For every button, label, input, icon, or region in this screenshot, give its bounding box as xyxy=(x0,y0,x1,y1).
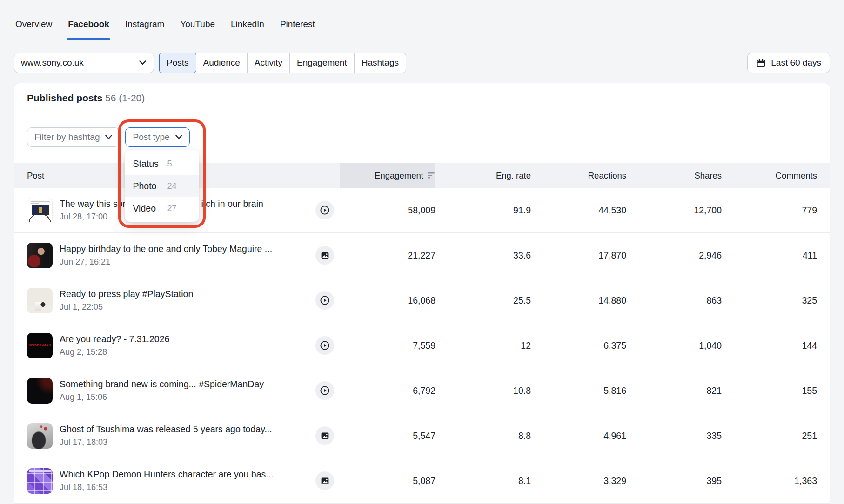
published-posts-card: Published posts 56 (1-20) Filter by hash… xyxy=(14,83,830,504)
site-selector[interactable]: www.sony.co.uk xyxy=(14,53,154,73)
nav-tab-linkedin[interactable]: LinkedIn xyxy=(230,19,265,40)
column-header-reactions[interactable]: Reactions xyxy=(531,171,626,181)
posts-range: (1-20) xyxy=(119,93,145,103)
column-header-eng-rate[interactable]: Eng. rate xyxy=(435,171,531,181)
post-title: Something brand new is coming... #Spider… xyxy=(60,379,308,390)
nav-tab-instagram[interactable]: Instagram xyxy=(124,19,165,40)
shares-value: 1,040 xyxy=(626,340,722,351)
comments-value: 1,363 xyxy=(722,476,817,486)
menu-item-count: 5 xyxy=(167,159,172,169)
post-date: Jul 1, 22:05 xyxy=(60,302,308,312)
tab-posts[interactable]: Posts xyxy=(159,53,196,73)
post-date: Jul 17, 18:03 xyxy=(60,438,308,447)
post-date: Aug 1, 15:06 xyxy=(60,392,308,402)
table-row[interactable]: Ghost of Tsushima was released 5 years a… xyxy=(14,413,830,458)
card-title-text: Published posts xyxy=(27,93,102,103)
post-title: Ready to press play #PlayStation xyxy=(60,289,308,299)
menu-item-label: Status xyxy=(133,159,167,169)
reactions-value: 44,530 xyxy=(531,205,626,216)
photo-icon xyxy=(315,426,334,445)
video-play-icon xyxy=(315,291,334,310)
post-text: Are you ready? - 7.31.2026 Aug 2, 15:28 xyxy=(60,334,308,357)
chevron-down-icon xyxy=(105,135,112,139)
column-header-comments[interactable]: Comments xyxy=(722,171,817,181)
chevron-down-icon xyxy=(139,60,146,65)
eng-rate-value: 25.5 xyxy=(435,295,531,306)
column-header-shares[interactable]: Shares xyxy=(626,171,722,181)
engagement-value: 58,009 xyxy=(340,205,435,216)
table-row[interactable]: Ready to press play #PlayStation Jul 1, … xyxy=(14,278,830,323)
post-thumbnail xyxy=(27,378,53,404)
comments-value: 251 xyxy=(722,431,817,441)
post-title: Happy birthday to the one and only Tobey… xyxy=(60,244,308,254)
engagement-value: 7,559 xyxy=(340,340,435,351)
post-title: Which KPop Demon Hunters character are y… xyxy=(60,469,308,480)
video-play-icon xyxy=(315,201,334,219)
column-header-label: Engagement xyxy=(375,171,423,181)
chevron-down-icon xyxy=(175,135,182,139)
comments-value: 779 xyxy=(722,205,817,216)
nav-tab-overview[interactable]: Overview xyxy=(14,19,53,40)
post-text: Ghost of Tsushima was released 5 years a… xyxy=(60,424,308,447)
controls-row: www.sony.co.uk Posts Audience Activity E… xyxy=(14,53,830,73)
table-row[interactable]: Which KPop Demon Hunters character are y… xyxy=(14,458,830,504)
table-row[interactable]: Happy birthday to the one and only Tobey… xyxy=(14,233,830,278)
engagement-value: 6,792 xyxy=(340,385,435,396)
calendar-icon xyxy=(756,58,766,68)
nav-tab-facebook[interactable]: Facebook xyxy=(67,19,110,40)
reactions-value: 14,880 xyxy=(531,295,626,306)
tab-hashtags[interactable]: Hashtags xyxy=(354,53,406,73)
post-thumbnail xyxy=(27,198,53,223)
table-row[interactable]: SPIDER-MAN Are you ready? - 7.31.2026 Au… xyxy=(14,323,830,368)
channel-nav: Overview Facebook Instagram YouTube Link… xyxy=(0,0,844,40)
reactions-value: 6,375 xyxy=(531,340,626,351)
post-thumbnail: SPIDER-MAN xyxy=(27,333,53,358)
filter-by-hashtag-button[interactable]: Filter by hashtag xyxy=(27,127,120,147)
tab-engagement[interactable]: Engagement xyxy=(289,53,355,73)
tab-audience[interactable]: Audience xyxy=(196,53,248,73)
shares-value: 12,700 xyxy=(626,205,722,216)
menu-item-label: Video xyxy=(133,203,167,214)
menu-item-count: 24 xyxy=(167,181,176,191)
post-thumbnail xyxy=(27,423,53,449)
post-thumbnail xyxy=(27,243,53,268)
column-header-engagement[interactable]: Engagement xyxy=(340,163,435,188)
nav-tab-youtube[interactable]: YouTube xyxy=(179,19,216,40)
date-range-button[interactable]: Last 60 days xyxy=(747,53,830,73)
post-cell: Which KPop Demon Hunters character are y… xyxy=(14,468,340,494)
menu-item-count: 27 xyxy=(167,204,176,213)
menu-item-photo[interactable]: Photo 24 xyxy=(125,175,199,197)
reactions-value: 3,329 xyxy=(531,476,626,486)
filter-by-hashtag-label: Filter by hashtag xyxy=(34,132,100,142)
video-play-icon xyxy=(315,336,334,355)
post-type-button[interactable]: Post type xyxy=(125,127,189,147)
post-text: Happy birthday to the one and only Tobey… xyxy=(60,244,308,267)
sort-desc-icon xyxy=(428,172,435,179)
post-thumbnail xyxy=(27,468,53,494)
post-cell: Ghost of Tsushima was released 5 years a… xyxy=(14,423,340,449)
eng-rate-value: 10.8 xyxy=(435,385,531,396)
tab-activity[interactable]: Activity xyxy=(247,53,290,73)
table-row[interactable]: Something brand new is coming... #Spider… xyxy=(14,368,830,413)
nav-tab-pinterest[interactable]: Pinterest xyxy=(279,19,316,40)
post-date: Jul 18, 16:53 xyxy=(60,483,308,492)
menu-item-status[interactable]: Status 5 xyxy=(125,153,199,175)
post-cell: Something brand new is coming... #Spider… xyxy=(14,378,340,404)
post-date: Aug 2, 15:28 xyxy=(60,347,308,357)
shares-value: 821 xyxy=(626,385,722,396)
post-cell: Happy birthday to the one and only Tobey… xyxy=(14,243,340,268)
post-title: Are you ready? - 7.31.2026 xyxy=(60,334,308,345)
posts-table-body: The way this song scratches every itch i… xyxy=(14,188,830,504)
eng-rate-value: 8.8 xyxy=(435,431,531,441)
site-selector-value: www.sony.co.uk xyxy=(21,58,84,68)
reactions-value: 4,961 xyxy=(531,431,626,441)
menu-item-video[interactable]: Video 27 xyxy=(125,197,199,219)
filter-row: Filter by hashtag Post type Status 5 Pho… xyxy=(14,112,830,147)
engagement-value: 16,068 xyxy=(340,295,435,306)
post-thumbnail xyxy=(27,288,53,313)
video-play-icon xyxy=(315,381,334,400)
shares-value: 335 xyxy=(626,431,722,441)
engagement-value: 5,087 xyxy=(340,476,435,486)
post-cell: Ready to press play #PlayStation Jul 1, … xyxy=(14,288,340,313)
shares-value: 2,946 xyxy=(626,250,722,261)
